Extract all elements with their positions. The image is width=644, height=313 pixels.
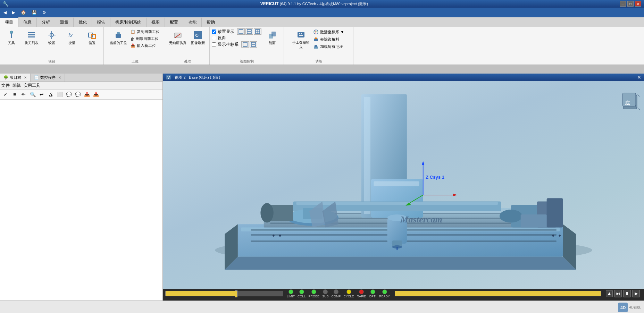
toolbar-comment1-btn[interactable]: 💬 bbox=[65, 90, 73, 99]
orientation-cube[interactable]: 底 bbox=[620, 92, 641, 112]
play-button[interactable]: ▶ bbox=[632, 290, 640, 297]
variables-button[interactable]: fx 变量 bbox=[62, 28, 81, 47]
left-menu-edit[interactable]: 编辑 bbox=[12, 83, 21, 88]
import-workpiece-btn[interactable]: 📥 输入新工位 bbox=[129, 42, 161, 49]
ribbon-group-process: 无动画仿真 ↻ 图像刷新 处理 bbox=[166, 27, 210, 65]
project-tree-close[interactable]: ✕ bbox=[24, 76, 27, 79]
remove-burr-btn[interactable]: 去除边角料 bbox=[312, 36, 346, 43]
maximize-button[interactable]: □ bbox=[627, 1, 634, 7]
tab-machine-ctrl[interactable]: 机床/控制系统 bbox=[110, 17, 147, 27]
reverse-check[interactable] bbox=[212, 36, 216, 40]
delete-workpiece-btn[interactable]: 🗑 删除当前工位 bbox=[129, 35, 161, 42]
ribbon-group-workpiece: 当前的工位 📋 复制当前工位 🗑 删除当前工位 📥 输入新工位 工位 bbox=[104, 27, 166, 65]
csys-icon-1[interactable] bbox=[241, 41, 249, 48]
limit-dot bbox=[288, 289, 293, 294]
load-stock-btn[interactable]: 加载所有毛坯 bbox=[312, 43, 346, 50]
opti-dot bbox=[370, 289, 375, 294]
progress-thumb[interactable] bbox=[235, 290, 237, 297]
left-tab-project-tree[interactable]: 🌳 项目树 ✕ bbox=[0, 74, 31, 82]
tab-measure[interactable]: 测量 bbox=[55, 17, 74, 27]
nc-program-label: 数控程序 bbox=[40, 75, 56, 80]
tab-optimize[interactable]: 优化 bbox=[74, 17, 92, 27]
toolbar-import-btn[interactable]: 📥 bbox=[92, 90, 100, 99]
expand-display-check[interactable] bbox=[212, 29, 216, 34]
tab-config[interactable]: 配置 bbox=[165, 17, 183, 27]
show-csys-check[interactable] bbox=[212, 42, 216, 47]
triangle-up-btn[interactable] bbox=[606, 290, 613, 297]
left-toolbar: ✓ ≡ ✏ 🔍 ↩ 🖨 ⬜ 💬 💬 📤 📥 bbox=[0, 90, 162, 100]
tools-button[interactable]: 刀具 bbox=[2, 28, 21, 47]
refresh-btn[interactable]: ↻ 图像刷新 bbox=[189, 28, 207, 47]
qa-forward-icon[interactable]: ▶ bbox=[10, 9, 17, 16]
viewport-close-btn[interactable]: ✕ bbox=[637, 75, 641, 80]
viewport-title: 视图 2 - Base (机床) (顶置) bbox=[175, 75, 220, 80]
toolbar-undo-btn[interactable]: ↩ bbox=[37, 90, 46, 99]
qa-save-icon[interactable]: 💾 bbox=[30, 9, 39, 16]
tools-label: 刀具 bbox=[8, 41, 15, 45]
svg-rect-3 bbox=[28, 34, 35, 35]
csys-icon-2[interactable] bbox=[250, 41, 257, 48]
left-menu-file[interactable]: 文件 bbox=[1, 83, 10, 88]
tool-list-button[interactable]: 换刀列表 bbox=[22, 28, 41, 47]
section-btn[interactable]: 剖面 bbox=[263, 28, 282, 47]
refresh-icon: ↻ bbox=[193, 30, 203, 40]
load-stock-label: 加载所有毛坯 bbox=[320, 44, 343, 49]
toolbar-frame-btn[interactable]: ⬜ bbox=[56, 90, 64, 99]
toolbar-comment2-btn[interactable]: 💬 bbox=[74, 90, 82, 99]
offset-button[interactable]: 偏置 bbox=[83, 28, 101, 47]
activate-csys-label: 激活坐标系 bbox=[320, 29, 339, 35]
toolbar-check-btn[interactable]: ✓ bbox=[1, 90, 10, 99]
qa-settings-icon[interactable]: ⚙ bbox=[40, 9, 48, 16]
toolbar-print-btn[interactable]: 🖨 bbox=[47, 90, 55, 99]
import-workpiece-label: 输入新工位 bbox=[137, 43, 156, 48]
pause-button[interactable]: ⏸ bbox=[623, 290, 631, 297]
settings-icon bbox=[47, 30, 57, 40]
tab-view[interactable]: 视图 bbox=[147, 17, 165, 27]
svg-rect-8 bbox=[51, 37, 52, 39]
tab-function[interactable]: 功能 bbox=[183, 17, 202, 27]
close-button[interactable]: ✕ bbox=[635, 1, 641, 7]
svg-rect-13 bbox=[91, 34, 95, 39]
toolbar-search-btn[interactable]: 🔍 bbox=[28, 90, 37, 99]
current-workpiece-btn[interactable]: 当前的工位 bbox=[109, 28, 128, 47]
viewport-header: V 视图 2 - Base (机床) (顶置) ✕ bbox=[163, 74, 644, 81]
minimize-button[interactable]: ─ bbox=[620, 1, 626, 7]
to-start-button[interactable]: ⏮ bbox=[614, 290, 622, 297]
toolbar-list-btn[interactable]: ≡ bbox=[10, 90, 19, 99]
svg-marker-39 bbox=[315, 37, 317, 39]
quick-access-bar: ◀ ▶ 🏠 💾 ⚙ bbox=[0, 8, 644, 17]
manual-data-btn[interactable]: 手工数据输入 bbox=[292, 28, 310, 51]
activate-csys-arrow[interactable]: ▼ bbox=[341, 30, 344, 34]
sub-label: SUB bbox=[322, 295, 329, 298]
left-tab-nc-program[interactable]: 📄 数控程序 ✕ bbox=[31, 74, 65, 82]
toolbar-export-btn[interactable]: 📤 bbox=[83, 90, 91, 99]
title-right[interactable]: ─ □ ✕ bbox=[620, 1, 641, 7]
view-icon-1[interactable] bbox=[237, 28, 245, 35]
sub-indicator: SUB bbox=[322, 289, 329, 298]
project-tree-icon: 🌳 bbox=[3, 75, 8, 80]
toolbar-edit-btn[interactable]: ✏ bbox=[19, 90, 28, 99]
main-progress-track[interactable] bbox=[165, 291, 283, 296]
machine-3d-area: Mastercam Z Csys 1 bbox=[163, 81, 644, 276]
tab-project[interactable]: 项目 bbox=[0, 17, 18, 27]
no-anim-btn[interactable]: 无动画仿真 bbox=[168, 28, 187, 47]
copy-workpiece-icon: 📋 bbox=[131, 29, 135, 34]
right-progress-track[interactable] bbox=[395, 291, 601, 296]
tab-report[interactable]: 报告 bbox=[92, 17, 110, 27]
current-workpiece-icon bbox=[114, 30, 123, 40]
view-icon-2[interactable] bbox=[245, 28, 253, 35]
left-menu-tools[interactable]: 实用工具 bbox=[24, 83, 40, 88]
settings-button[interactable]: 设置 bbox=[42, 28, 61, 47]
view-icon-3[interactable] bbox=[254, 28, 261, 35]
limit-label: LIMIT bbox=[287, 295, 295, 298]
tab-info[interactable]: 信息 bbox=[18, 17, 37, 27]
tool-list-label: 换刀列表 bbox=[25, 41, 39, 45]
svg-point-88 bbox=[279, 235, 281, 237]
qa-home-icon[interactable]: 🏠 bbox=[19, 9, 28, 16]
qa-back-icon[interactable]: ◀ bbox=[1, 9, 9, 16]
activate-csys-btn[interactable]: 激活坐标系 ▼ bbox=[312, 28, 346, 35]
copy-workpiece-btn[interactable]: 📋 复制当前工位 bbox=[129, 28, 161, 35]
nc-program-close[interactable]: ✕ bbox=[58, 76, 61, 79]
tab-analysis[interactable]: 分析 bbox=[37, 17, 55, 27]
tab-help[interactable]: 帮助 bbox=[202, 17, 220, 27]
